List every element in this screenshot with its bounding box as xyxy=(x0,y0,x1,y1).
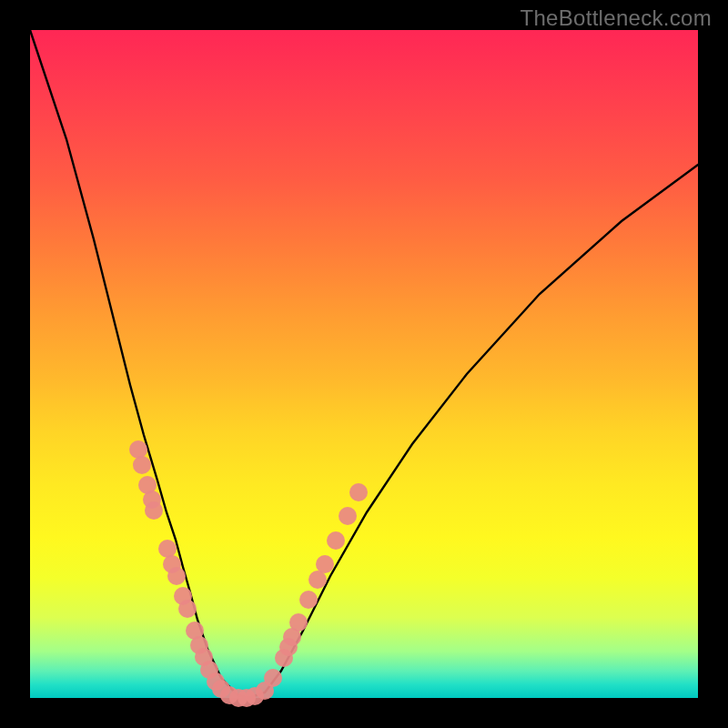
marker-dot-right xyxy=(349,483,368,501)
marker-dot-left xyxy=(129,440,147,459)
marker-dot-right xyxy=(316,555,334,573)
marker-dot-left xyxy=(167,567,186,585)
marker-dot-right xyxy=(289,613,308,632)
marker-dot-right xyxy=(327,531,345,550)
marker-dot-left xyxy=(145,501,163,520)
marker-dot-left xyxy=(178,600,197,618)
marker-dot-left xyxy=(158,540,177,558)
chart-plot-area xyxy=(30,30,698,698)
marker-dot-right xyxy=(299,591,318,609)
watermark-text: TheBottleneck.com xyxy=(520,5,712,31)
v-curve-path xyxy=(30,30,698,698)
marker-dot-right xyxy=(308,571,327,589)
marker-dot-right xyxy=(264,669,282,687)
marker-dot-left xyxy=(133,456,151,474)
chart-svg xyxy=(30,30,698,698)
chart-stage: TheBottleneck.com xyxy=(0,0,728,728)
marker-dot-right xyxy=(339,507,357,525)
